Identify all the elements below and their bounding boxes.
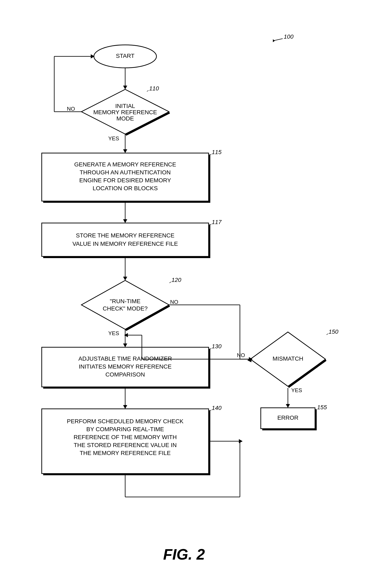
node-150: MISMATCH bbox=[272, 355, 303, 362]
svg-marker-28 bbox=[123, 343, 127, 347]
node-140-line5: THE MEMORY REFERENCE FILE bbox=[80, 450, 171, 456]
svg-rect-11 bbox=[43, 201, 210, 203]
svg-marker-9 bbox=[123, 149, 127, 153]
node-110-line3: MODE bbox=[116, 115, 134, 122]
svg-line-24 bbox=[169, 282, 171, 283]
label-no-mismatch: NO bbox=[237, 352, 245, 358]
node-115-line2: THROUGH AN AUTHENTICATION bbox=[80, 169, 171, 176]
node-120-line2: CHECK" MODE? bbox=[103, 305, 147, 312]
svg-marker-15 bbox=[123, 219, 127, 223]
node-120-line1: "RUN-TIME bbox=[110, 298, 141, 304]
ref-130: 130 bbox=[212, 343, 221, 350]
node-117-line2: VALUE IN MEMORY REFERENCE FILE bbox=[72, 241, 178, 247]
node-130-line1: ADJUSTABLE TIME RANDOMIZER bbox=[78, 355, 172, 362]
node-110-line1: INITIAL bbox=[115, 103, 135, 109]
label-no-120: NO bbox=[170, 299, 178, 305]
svg-line-0 bbox=[273, 39, 283, 41]
node-130-line3: COMPARISON bbox=[105, 371, 145, 378]
label-yes-110: YES bbox=[108, 135, 119, 142]
svg-marker-57 bbox=[124, 333, 128, 337]
figure-title: FIG. 2 bbox=[163, 546, 205, 563]
ref-150: 150 bbox=[329, 328, 338, 335]
ref-115: 115 bbox=[212, 149, 221, 155]
node-155: ERROR bbox=[277, 415, 298, 421]
label-no-110: NO bbox=[67, 106, 75, 112]
ref-155: 155 bbox=[317, 404, 327, 410]
svg-rect-30 bbox=[43, 387, 210, 389]
svg-rect-52 bbox=[315, 409, 317, 430]
start-node: START bbox=[116, 53, 134, 59]
node-110-line2: MEMORY REFERENCE bbox=[93, 109, 157, 115]
svg-marker-1 bbox=[273, 39, 275, 42]
svg-line-46 bbox=[326, 334, 328, 335]
svg-rect-12 bbox=[209, 154, 210, 203]
svg-rect-37 bbox=[209, 410, 210, 475]
ref-120: 120 bbox=[172, 277, 181, 283]
node-130-line2: INITIATES MEMORY REFERENCE bbox=[79, 363, 172, 370]
node-115-line4: LOCATION OR BLOCKS bbox=[93, 185, 158, 191]
node-115-line3: ENGINE FOR DESIRED MEMORY bbox=[79, 177, 171, 184]
svg-rect-16 bbox=[42, 223, 209, 256]
svg-marker-22 bbox=[81, 280, 169, 329]
ref-100: 100 bbox=[284, 33, 294, 40]
svg-marker-21 bbox=[123, 277, 127, 280]
node-117-line1: STORE THE MEMORY REFERENCE bbox=[76, 232, 175, 239]
label-yes-mismatch: YES bbox=[291, 387, 302, 393]
svg-rect-51 bbox=[262, 429, 316, 430]
ref-117: 117 bbox=[212, 219, 222, 225]
svg-marker-4 bbox=[123, 85, 127, 89]
svg-marker-34 bbox=[123, 405, 127, 409]
svg-rect-17 bbox=[43, 256, 210, 258]
svg-marker-40 bbox=[239, 439, 243, 443]
node-115-line1: GENERATE A MEMORY REFERENCE bbox=[74, 161, 176, 168]
node-140-line1: PERFORM SCHEDULED MEMORY CHECK bbox=[67, 418, 183, 425]
svg-line-7 bbox=[147, 90, 148, 91]
node-140-line3: REFERENCE OF THE MEMORY WITH bbox=[74, 434, 177, 440]
node-140-line2: BY COMPARING REAL-TIME bbox=[86, 426, 164, 432]
ref-140: 140 bbox=[212, 405, 221, 411]
ref-110: 110 bbox=[149, 85, 159, 92]
node-140-line4: THE STORED REFERENCE VALUE IN bbox=[74, 442, 177, 448]
flowchart-diagram: 100 START INITIAL MEMORY REFERENCE MODE … bbox=[0, 0, 368, 588]
svg-rect-36 bbox=[43, 474, 210, 475]
svg-rect-18 bbox=[209, 225, 210, 258]
svg-rect-31 bbox=[209, 349, 210, 389]
svg-marker-49 bbox=[286, 404, 290, 408]
label-yes-120: YES bbox=[108, 330, 119, 336]
